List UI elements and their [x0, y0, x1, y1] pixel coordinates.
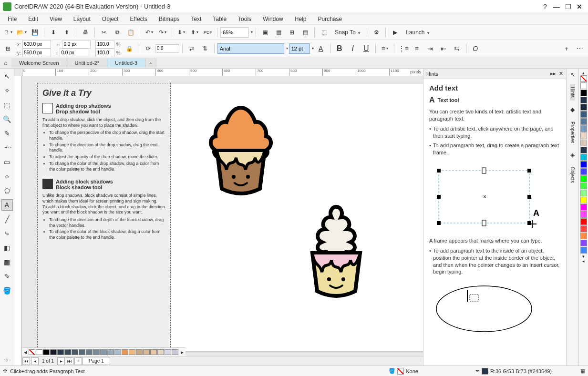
- underline-button[interactable]: U: [360, 42, 372, 55]
- guides-button[interactable]: ▤: [299, 26, 311, 39]
- crop-tool[interactable]: ⬚: [1, 99, 13, 111]
- palette-swatch-15[interactable]: [580, 190, 587, 196]
- strip-swatch-11[interactable]: [114, 349, 121, 355]
- strip-swatch-4[interactable]: [64, 349, 71, 355]
- menu-effects[interactable]: Effects: [124, 14, 153, 24]
- page-canvas[interactable]: Give it a Try Adding drop shadows Drop s…: [38, 84, 423, 351]
- connector-tool[interactable]: ⤷: [1, 228, 13, 239]
- launch-dropdown[interactable]: Launch ▾: [402, 29, 433, 36]
- strip-swatch-6[interactable]: [79, 349, 85, 355]
- x-input[interactable]: [22, 40, 51, 49]
- menu-edit[interactable]: Edit: [22, 14, 44, 24]
- cloud-down-icon[interactable]: ⬇: [47, 26, 60, 39]
- palette-swatch-0[interactable]: [580, 82, 587, 89]
- palette-swatch-20[interactable]: [580, 225, 587, 232]
- undo-button[interactable]: ↶▾: [143, 26, 155, 39]
- menu-object[interactable]: Object: [96, 14, 124, 24]
- rectangle-tool[interactable]: ▭: [1, 156, 13, 168]
- palette-swatch-5[interactable]: [580, 118, 587, 125]
- menu-view[interactable]: View: [44, 14, 68, 24]
- vtab-hints[interactable]: Hints: [570, 84, 575, 101]
- palette-swatch-23[interactable]: [580, 247, 587, 254]
- help-icon[interactable]: ?: [539, 1, 551, 12]
- bold-button[interactable]: B: [333, 42, 346, 55]
- transparency-tool[interactable]: ▦: [1, 256, 13, 268]
- palette-swatch-9[interactable]: [580, 147, 587, 153]
- strip-swatch-9[interactable]: [100, 349, 107, 355]
- toolbox-add[interactable]: +: [1, 354, 13, 366]
- palette-swatch-17[interactable]: [580, 204, 587, 211]
- dropcap-button[interactable]: ≡: [411, 42, 423, 55]
- outline-pen-icon[interactable]: ✒: [475, 368, 480, 374]
- add-button[interactable]: +: [560, 42, 573, 55]
- cloud-up-icon[interactable]: ⬆: [61, 26, 73, 39]
- strip-swatch-15[interactable]: [143, 349, 150, 355]
- docker-close-icon[interactable]: ✕: [559, 71, 563, 77]
- width-input[interactable]: [62, 40, 91, 49]
- palette-swatch-7[interactable]: [580, 132, 587, 139]
- align-button[interactable]: ≡▾: [379, 42, 391, 55]
- size-dropdown-icon[interactable]: ▾: [312, 46, 314, 51]
- strip-swatch-18[interactable]: [165, 349, 171, 355]
- palette-swatch-13[interactable]: [580, 175, 587, 182]
- launch-icon[interactable]: ▶: [389, 26, 401, 39]
- menu-file[interactable]: File: [2, 14, 22, 24]
- mirror-v-icon[interactable]: ⇅: [199, 42, 211, 55]
- export-button[interactable]: ⬆▾: [188, 26, 201, 39]
- strip-swatch-7[interactable]: [86, 349, 93, 355]
- no-color-swatch[interactable]: [580, 75, 587, 82]
- menu-bitmaps[interactable]: Bitmaps: [153, 14, 185, 24]
- vtab-properties[interactable]: Properties: [570, 119, 575, 146]
- open-button[interactable]: 📂▾: [15, 26, 28, 39]
- vtab-objects[interactable]: Objects: [570, 164, 575, 186]
- strip-swatch-16[interactable]: [150, 349, 157, 355]
- strip-swatch-13[interactable]: [129, 349, 135, 355]
- strip-swatch-5[interactable]: [72, 349, 78, 355]
- redo-button[interactable]: ↷▾: [156, 26, 169, 39]
- pdf-button[interactable]: PDF: [202, 26, 214, 39]
- strip-swatch-19[interactable]: [172, 349, 178, 355]
- strip-swatch-17[interactable]: [157, 349, 164, 355]
- rulers-button[interactable]: ▦: [272, 26, 285, 39]
- strip-swatch-12[interactable]: [122, 349, 128, 355]
- y-input[interactable]: [22, 49, 51, 57]
- palette-swatch-21[interactable]: [580, 233, 587, 239]
- parallel-dim-tool[interactable]: ╱: [1, 213, 13, 225]
- strip-swatch-3[interactable]: [57, 349, 64, 355]
- palette-swatch-16[interactable]: [580, 197, 587, 203]
- shape-tool[interactable]: ✧: [1, 85, 13, 96]
- zoom-input[interactable]: [220, 27, 249, 38]
- properties-icon[interactable]: ◆: [570, 106, 575, 113]
- ellipse-tool[interactable]: ○: [1, 171, 13, 182]
- strip-swatch-0[interactable]: [36, 349, 42, 355]
- palette-swatch-2[interactable]: [580, 97, 587, 103]
- height-input[interactable]: [60, 49, 88, 57]
- drop-shadow-tool[interactable]: ◧: [1, 242, 13, 254]
- menu-window[interactable]: Window: [257, 14, 289, 24]
- zoom-dropdown[interactable]: ▾: [251, 30, 253, 34]
- palette-swatch-8[interactable]: [580, 140, 587, 146]
- palette-swatch-1[interactable]: [580, 90, 587, 96]
- text-options-button[interactable]: O: [469, 42, 482, 55]
- tab-button[interactable]: ⇆: [451, 42, 463, 55]
- home-icon[interactable]: ⌂: [0, 57, 11, 69]
- fill-icon[interactable]: 🪣: [389, 368, 395, 374]
- text-tool[interactable]: A: [1, 199, 13, 211]
- font-dropdown-icon[interactable]: ▾: [286, 46, 288, 51]
- strip-swatch-8[interactable]: [93, 349, 100, 355]
- artistic-media-tool[interactable]: 〰: [1, 142, 13, 153]
- palette-swatch-3[interactable]: [580, 104, 587, 111]
- strip-swatch-1[interactable]: [43, 349, 50, 355]
- new-button[interactable]: 🗋▾: [2, 26, 14, 39]
- mirror-h-icon[interactable]: ⇄: [186, 42, 198, 55]
- palette-swatch-19[interactable]: [580, 218, 587, 225]
- save-button[interactable]: 💾: [29, 26, 41, 39]
- strip-noswatch[interactable]: [29, 349, 35, 355]
- snap-to-dropdown[interactable]: Snap To ▾: [331, 29, 364, 36]
- strip-nav-right[interactable]: ▸: [181, 349, 184, 356]
- bullets-button[interactable]: ⋮≡: [397, 42, 410, 55]
- print-button[interactable]: 🖶: [79, 26, 92, 39]
- palette-swatch-10[interactable]: [580, 154, 587, 161]
- strip-nav-left[interactable]: ◂: [24, 349, 27, 356]
- italic-button[interactable]: I: [347, 42, 359, 55]
